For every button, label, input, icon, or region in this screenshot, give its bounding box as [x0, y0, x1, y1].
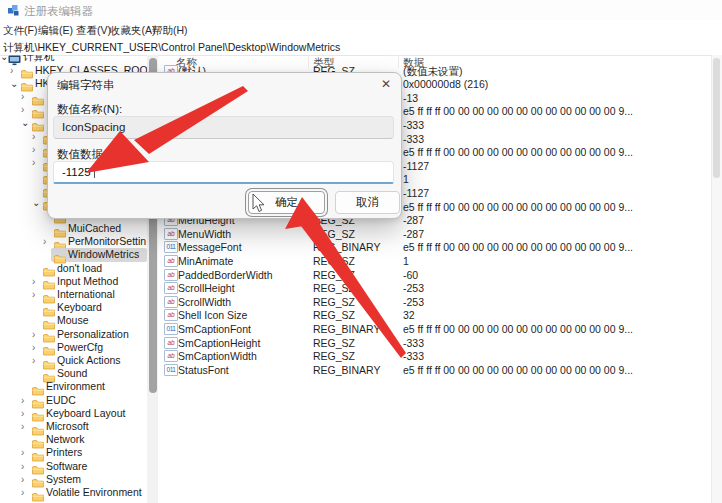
- chevron-down-icon[interactable]: ⌄: [32, 196, 40, 209]
- tree-item-printers[interactable]: ›Printers: [0, 446, 147, 459]
- value-name: MinAnimate: [178, 255, 233, 267]
- value-row-scrollheight[interactable]: abScrollHeightREG_SZ-253: [158, 281, 711, 295]
- tree-item-environment[interactable]: Environment: [0, 380, 147, 393]
- chevron-down-icon[interactable]: ⌄: [10, 77, 18, 90]
- string-value-icon: ab: [164, 350, 178, 362]
- value-type: REG_BINARY: [313, 323, 381, 335]
- chevron-right-icon[interactable]: ›: [32, 156, 35, 169]
- tree-item-windowmetrics[interactable]: WindowMetrics: [0, 248, 147, 261]
- tree-item-personalization[interactable]: ›Personalization: [0, 328, 147, 341]
- value-type: REG_BINARY: [313, 241, 381, 253]
- menu-item[interactable]: 查看(V): [76, 24, 111, 38]
- tree-item-label: Input Method: [57, 276, 118, 288]
- edit-string-dialog: 编辑字符串 ✕ 数值名称(N): IconSpacing 数值数据(V): -1…: [47, 72, 402, 219]
- tree-item-label: MuiCached: [68, 223, 121, 235]
- chevron-right-icon[interactable]: ›: [43, 235, 46, 248]
- string-value-icon: ab: [164, 337, 178, 349]
- menu-item[interactable]: 文件(F): [3, 24, 37, 38]
- tree-item--[interactable]: ⌄计算机: [0, 55, 147, 64]
- chevron-right-icon[interactable]: ›: [21, 103, 24, 116]
- chevron-right-icon[interactable]: ›: [32, 354, 35, 367]
- chevron-right-icon[interactable]: ›: [21, 90, 24, 103]
- value-type: REG_SZ: [313, 255, 355, 267]
- value-type: REG_BINARY: [313, 364, 381, 376]
- value-row-messagefont[interactable]: 011MessageFontREG_BINARYe5 ff ff ff 00 0…: [158, 240, 711, 254]
- tree-item-international[interactable]: ›International: [0, 288, 147, 301]
- chevron-down-icon[interactable]: ⌄: [21, 116, 29, 129]
- ok-button[interactable]: 确定: [248, 191, 325, 214]
- string-value-icon: ab: [164, 269, 178, 281]
- menu-bar: 文件(F)编辑(E)查看(V)收藏夹(A)帮助(H): [0, 20, 722, 38]
- address-bar[interactable]: 计算机\HKEY_CURRENT_USER\Control Panel\Desk…: [0, 38, 722, 56]
- tree-item-quick-actions[interactable]: ›Quick Actions: [0, 354, 147, 367]
- tree-item-network[interactable]: Network: [0, 433, 147, 446]
- tree-item-label: System: [46, 474, 81, 486]
- chevron-right-icon[interactable]: ›: [21, 446, 24, 459]
- tree-item-keyboard[interactable]: Keyboard: [0, 301, 147, 314]
- list-scrollbar-thumb[interactable]: [713, 58, 720, 178]
- window-titlebar: 注册表编辑器: [0, 0, 722, 20]
- chevron-right-icon[interactable]: ›: [21, 473, 24, 486]
- chevron-right-icon[interactable]: ›: [32, 130, 35, 143]
- chevron-right-icon[interactable]: ›: [21, 407, 24, 420]
- value-row-paddedborderwidth[interactable]: abPaddedBorderWidthREG_SZ-60: [158, 268, 711, 282]
- value-type: REG_SZ: [313, 228, 355, 240]
- value-row-scrollwidth[interactable]: abScrollWidthREG_SZ-253: [158, 295, 711, 309]
- value-data: -60: [403, 269, 418, 281]
- value-row-smcaptionfont[interactable]: 011SmCaptionFontREG_BINARYe5 ff ff ff 00…: [158, 322, 711, 336]
- tree-item-label: Volatile Environment: [46, 487, 142, 499]
- value-data: 1: [403, 173, 409, 185]
- tree-item-label: Keyboard Layout: [46, 408, 125, 420]
- chevron-right-icon[interactable]: ›: [32, 143, 35, 156]
- value-data: -13: [403, 92, 418, 104]
- chevron-right-icon[interactable]: ›: [21, 486, 24, 499]
- address-path: 计算机\HKEY_CURRENT_USER\Control Panel\Desk…: [3, 41, 340, 55]
- value-data: -333: [403, 133, 424, 145]
- value-row-smcaptionwidth[interactable]: abSmCaptionWidthREG_SZ-333: [158, 349, 711, 363]
- chevron-right-icon[interactable]: ›: [21, 394, 24, 407]
- tree-item-software[interactable]: ›Software: [0, 460, 147, 473]
- tree-item-label: Software: [46, 461, 87, 473]
- tree-item-eudc[interactable]: ›EUDC: [0, 394, 147, 407]
- menu-item[interactable]: 编辑(E): [38, 24, 73, 38]
- tree-item-don-t-load[interactable]: don't load: [0, 262, 147, 275]
- menu-item[interactable]: 帮助(H): [152, 24, 188, 38]
- value-name: ScrollWidth: [178, 296, 231, 308]
- menu-item[interactable]: 收藏夹(A): [110, 24, 156, 38]
- tree-item-mouse[interactable]: Mouse: [0, 314, 147, 327]
- tree-item-label: International: [57, 289, 115, 301]
- value-type: REG_SZ: [313, 309, 355, 321]
- value-row-smcaptionheight[interactable]: abSmCaptionHeightREG_SZ-333: [158, 336, 711, 350]
- value-name: MessageFont: [178, 241, 242, 253]
- string-value-icon: ab: [164, 228, 178, 240]
- tree-item-label: WindowMetrics: [68, 249, 139, 261]
- tree-item-system[interactable]: ›System: [0, 473, 147, 486]
- tree-item-sound[interactable]: Sound: [0, 367, 147, 380]
- chevron-right-icon[interactable]: ›: [21, 460, 24, 473]
- cancel-button[interactable]: 取消: [335, 191, 400, 214]
- string-value-icon: ab: [164, 282, 178, 294]
- tree-item-keyboard-layout[interactable]: ›Keyboard Layout: [0, 407, 147, 420]
- chevron-right-icon[interactable]: ›: [21, 420, 24, 433]
- tree-item-label: Personalization: [57, 329, 129, 341]
- tree-item-volatile-environment[interactable]: ›Volatile Environment: [0, 486, 147, 499]
- chevron-right-icon[interactable]: ›: [32, 328, 35, 341]
- tree-item-permonitorsettin[interactable]: ›PerMonitorSettin: [0, 235, 147, 248]
- value-data-input[interactable]: -1125: [53, 161, 394, 184]
- chevron-right-icon[interactable]: ›: [32, 341, 35, 354]
- binary-value-icon: 011: [164, 364, 178, 376]
- chevron-right-icon[interactable]: ›: [32, 275, 35, 288]
- tree-item-muicached[interactable]: MuiCached: [0, 222, 147, 235]
- value-row-statusfont[interactable]: 011StatusFontREG_BINARYe5 ff ff ff 00 00…: [158, 363, 711, 377]
- tree-item-input-method[interactable]: ›Input Method: [0, 275, 147, 288]
- chevron-right-icon[interactable]: ›: [10, 64, 13, 77]
- chevron-right-icon[interactable]: ›: [32, 288, 35, 301]
- value-data: 32: [403, 309, 415, 321]
- value-row-shell-icon-size[interactable]: abShell Icon SizeREG_SZ32: [158, 308, 711, 322]
- value-data: -1127: [403, 187, 429, 199]
- value-row-minanimate[interactable]: abMinAnimateREG_SZ1: [158, 254, 711, 268]
- value-row-menuwidth[interactable]: abMenuWidthREG_SZ-287: [158, 227, 711, 241]
- tree-item-powercfg[interactable]: ›PowerCfg: [0, 341, 147, 354]
- close-icon[interactable]: ✕: [381, 77, 391, 91]
- tree-item-microsoft[interactable]: ›Microsoft: [0, 420, 147, 433]
